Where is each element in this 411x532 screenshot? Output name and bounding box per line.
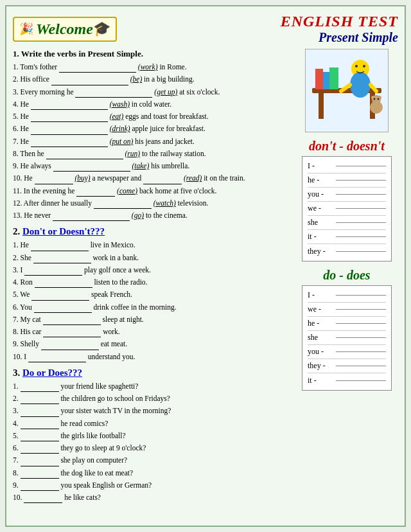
logo: 🎉 Welcome 🎓 [13,17,117,42]
list-item: 3. your sister watch TV in the morning? [13,405,290,416]
answer-blank[interactable] [46,150,123,159]
answer-blank[interactable] [21,445,59,454]
list-item: 9. Shelly eat meat. [13,339,290,350]
dont-doesnt-label: don't - doesn't [309,139,385,154]
do-does-label: do - does [323,268,370,283]
pronoun-row: you - [308,188,386,202]
pronoun-label: we - [308,204,333,213]
section3-num: 3. [13,368,20,378]
pronoun-row: I - [308,288,386,303]
answer-blank[interactable] [53,163,130,172]
main-content: 1. Write the verbs in Present Simple. 1.… [13,49,398,508]
section2-num: 2. [13,226,20,236]
left-section: 1. Write the verbs in Present Simple. 1.… [13,49,290,508]
list-item: 6. they go to sleep at 9 o'clock? [13,443,290,454]
section1-list: 1. Tom's fother (work) in Rome. 2. His o… [13,62,290,221]
present-simple-title: Present Simple [281,30,398,45]
answer-blank[interactable] [31,242,89,251]
pronoun-row: they - [308,244,386,258]
answer-blank[interactable] [59,64,136,73]
list-item: 6. You drink coffee in the morning. [13,302,290,313]
pronoun-label: I - [308,161,333,171]
pronoun-label: they - [308,247,333,256]
answer-blank[interactable] [21,408,59,417]
answer-blank[interactable] [43,316,101,325]
list-item: 5. He (eat) eggs and toast for breakfast… [13,111,290,122]
pronoun-row: it - [308,373,386,387]
english-test-title: ENGLISH TEST [281,13,398,30]
svg-point-11 [363,65,365,67]
pronoun-label: we - [308,305,333,314]
pronoun-row: he - [308,173,386,188]
pronoun-label: you - [308,190,333,199]
pronoun-row: she [308,216,386,230]
answer-blank[interactable] [21,457,59,466]
section1: 1. Write the verbs in Present Simple. 1.… [13,49,290,221]
cartoon-svg [306,49,388,132]
list-item: 2. His office (be) in a big building. [13,74,290,85]
title-area: ENGLISH TEST Present Simple [281,13,398,45]
pronoun-label: it - [308,232,333,242]
answer-blank[interactable] [35,279,92,288]
list-item: 8. His car work. [13,326,290,337]
pronoun-row: we - [308,303,386,317]
list-item: 7. He (put on) his jeans and jacket. [13,136,290,147]
answer-blank[interactable] [31,113,108,122]
answer-blank[interactable] [21,420,59,429]
pronoun-label: she [308,218,333,227]
answer-blank[interactable] [21,395,59,404]
answer-blank[interactable] [21,482,59,491]
svg-rect-5 [329,67,338,89]
section1-label: Write the verbs in Present Simple. [21,49,143,58]
answer-blank[interactable] [51,76,128,85]
list-item: 2. She work in a bank. [13,253,290,263]
answer-blank[interactable] [76,188,115,197]
answer-blank[interactable] [94,200,152,209]
pronoun-row: we - [308,202,386,216]
list-item: 9. you speak English or German? [13,480,290,491]
answer-blank[interactable] [21,432,59,441]
pronoun-row: she [308,331,386,345]
list-item: 8. Then he (run) to the railway station. [13,148,290,159]
answer-blank[interactable] [143,175,182,184]
answer-blank[interactable] [43,328,101,337]
pronoun-row: you - [308,345,386,359]
answer-blank[interactable] [75,89,152,98]
list-item: 2. the children go to school on Fridays? [13,393,290,404]
answer-blank[interactable] [35,175,73,184]
svg-rect-4 [323,72,329,89]
list-item: 1. Tom's fother (work) in Rome. [13,62,290,73]
answer-blank[interactable] [21,383,59,392]
section3: 3. Do or Does??? 1. your friend like spa… [13,368,290,504]
pronoun-label: they - [308,361,333,371]
list-item: 5. We speak French. [13,289,290,300]
answer-blank[interactable] [31,101,108,110]
pronoun-row: I - [308,159,386,173]
list-item: 8. the dog like to eat meat? [13,468,290,479]
answer-blank[interactable] [31,126,108,135]
answer-blank[interactable] [33,254,91,263]
svg-rect-3 [315,69,323,89]
answer-blank[interactable] [21,470,59,479]
right-section: don't - doesn't I - he - you - we - [295,49,398,508]
list-item: 6. He (drink) apple juice for breakfast. [13,123,290,134]
list-item: 3. Every morning he (get up) at six o'cl… [13,87,290,98]
answer-blank[interactable] [53,212,130,221]
answer-blank[interactable] [24,267,82,276]
svg-point-16 [374,98,376,100]
svg-rect-1 [319,93,324,119]
answer-blank[interactable] [34,304,92,313]
answer-blank[interactable] [31,138,108,147]
answer-blank[interactable] [28,353,86,362]
svg-point-10 [355,65,358,67]
cartoon-illustration [305,49,389,132]
answer-blank[interactable] [24,494,62,503]
list-item: 12. After dinner he usually (watch) tele… [13,198,290,209]
pronoun-label: he - [308,175,333,185]
answer-blank[interactable] [41,341,99,350]
list-item: 9. He always (take) his umbrella. [13,161,290,172]
section1-num: 1. [13,49,19,58]
section3-title: Do or Does??? [22,368,82,378]
answer-blank[interactable] [31,292,89,301]
pronoun-row: it - [308,230,386,244]
